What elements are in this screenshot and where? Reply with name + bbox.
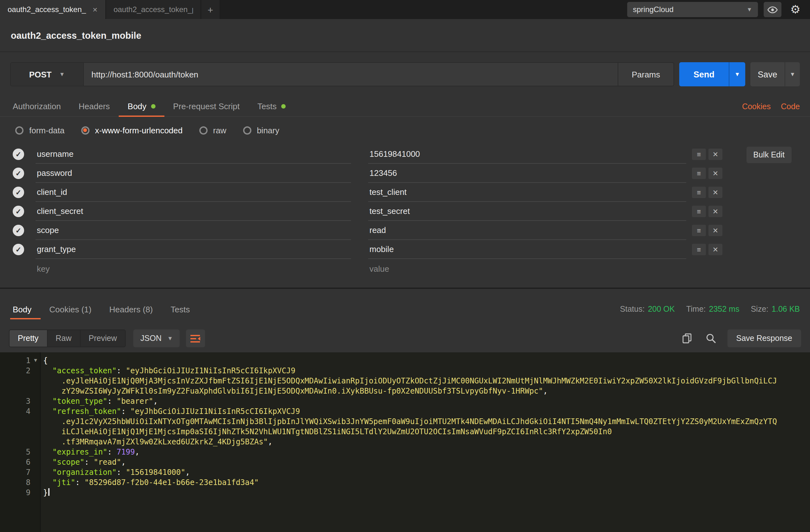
- search-response-button[interactable]: [704, 332, 718, 345]
- code-link[interactable]: Code: [781, 102, 800, 111]
- bulk-edit-button[interactable]: Bulk Edit: [746, 147, 792, 163]
- param-enabled-checkbox[interactable]: ✓: [13, 187, 24, 198]
- param-enabled-checkbox[interactable]: ✓: [13, 206, 24, 217]
- param-key-input[interactable]: client_secret: [35, 202, 351, 221]
- param-delete-button[interactable]: ✕: [709, 187, 723, 198]
- copy-response-button[interactable]: [680, 332, 694, 345]
- tab-label: Headers: [79, 101, 110, 111]
- param-key-input[interactable]: password: [35, 164, 351, 183]
- response-tab-cookies[interactable]: Cookies (1): [40, 294, 100, 324]
- response-tab-headers[interactable]: Headers (8): [100, 294, 162, 324]
- wrap-lines-button[interactable]: [186, 329, 205, 347]
- tab-tests[interactable]: Tests: [248, 97, 294, 116]
- param-key-text: grant_type: [37, 244, 76, 254]
- param-actions: ≡ ✕: [692, 225, 723, 236]
- save-options-button[interactable]: ▼: [784, 62, 800, 86]
- radio-icon[interactable]: [199, 126, 207, 134]
- new-tab-button[interactable]: +: [201, 0, 220, 19]
- param-delete-button[interactable]: ✕: [709, 148, 723, 160]
- mode-urlencoded[interactable]: x-www-form-urlencoded: [81, 125, 182, 135]
- params-button[interactable]: Params: [618, 63, 674, 86]
- param-menu-button[interactable]: ≡: [692, 206, 706, 217]
- param-key-input[interactable]: client_id: [35, 183, 351, 202]
- param-menu-button[interactable]: ≡: [692, 187, 706, 198]
- view-raw-button[interactable]: Raw: [47, 330, 80, 346]
- param-delete-button[interactable]: ✕: [709, 244, 723, 255]
- param-value-text: test_client: [370, 187, 407, 197]
- request-tab-inactive[interactable]: oauth2_access_token_passv: [106, 0, 201, 19]
- line-number: 7: [0, 467, 31, 478]
- param-enabled-checkbox[interactable]: ✓: [13, 244, 24, 255]
- send-label[interactable]: Send: [679, 62, 729, 86]
- param-key-input[interactable]: scope: [35, 221, 351, 240]
- topbar-right: springCloud ▼ ⚙: [627, 0, 810, 19]
- response-tab-tests[interactable]: Tests: [162, 294, 199, 324]
- param-menu-button[interactable]: ≡: [692, 167, 706, 179]
- send-button[interactable]: Send ▼: [679, 62, 745, 86]
- param-actions: ≡ ✕: [692, 187, 723, 198]
- param-value-input[interactable]: test_client: [368, 183, 686, 202]
- param-enabled-checkbox[interactable]: ✓: [13, 167, 24, 179]
- environment-quick-look-button[interactable]: [764, 2, 781, 17]
- param-delete-button[interactable]: ✕: [709, 225, 723, 236]
- param-delete-button[interactable]: ✕: [709, 206, 723, 217]
- view-pretty-button[interactable]: Pretty: [10, 330, 47, 346]
- fold-gutter: [31, 366, 40, 376]
- settings-button[interactable]: ⚙: [787, 2, 804, 17]
- param-value-input[interactable]: 123456: [368, 164, 686, 183]
- save-label[interactable]: Save: [750, 62, 784, 86]
- param-value-input[interactable]: mobile: [368, 240, 686, 259]
- line-number: 6: [0, 457, 31, 467]
- fold-arrow-icon[interactable]: ▼: [31, 355, 40, 366]
- tab-label: Body: [13, 304, 31, 314]
- param-value-input[interactable]: value: [368, 259, 686, 278]
- radio-icon[interactable]: [15, 126, 23, 134]
- view-preview-button[interactable]: Preview: [80, 330, 125, 346]
- radio-checked-icon[interactable]: [81, 126, 89, 134]
- radio-icon[interactable]: [243, 126, 251, 134]
- param-key-input[interactable]: key: [35, 259, 351, 278]
- close-icon[interactable]: ✕: [92, 6, 98, 13]
- response-tab-body[interactable]: Body: [10, 294, 40, 324]
- chevron-down-icon: ▼: [734, 71, 740, 78]
- response-format-select[interactable]: JSON ▼: [133, 329, 180, 347]
- mode-form-data[interactable]: form-data: [15, 125, 64, 135]
- request-title: oauth2_access_token_mobile: [11, 30, 141, 40]
- request-tab-active[interactable]: oauth2_access_token_ ✕: [0, 0, 106, 19]
- save-button[interactable]: Save ▼: [750, 62, 800, 86]
- copy-icon: [682, 333, 692, 343]
- mode-raw[interactable]: raw: [199, 125, 226, 135]
- cookies-link[interactable]: Cookies: [742, 102, 771, 111]
- tab-authorization[interactable]: Authorization: [10, 97, 70, 116]
- param-menu-button[interactable]: ≡: [692, 225, 706, 236]
- environment-select[interactable]: springCloud ▼: [627, 2, 758, 17]
- param-menu-button[interactable]: ≡: [692, 244, 706, 255]
- tab-body[interactable]: Body: [119, 97, 164, 116]
- send-options-button[interactable]: ▼: [729, 62, 745, 86]
- tab-headers[interactable]: Headers: [70, 97, 119, 116]
- url-input[interactable]: http://host1:8000/oauth/token: [84, 63, 618, 86]
- method-select[interactable]: POST ▼: [11, 63, 84, 86]
- line-number: 3: [0, 396, 31, 406]
- param-key-input[interactable]: grant_type: [35, 240, 351, 259]
- body-mode-selector: form-data x-www-form-urlencoded raw bina…: [0, 117, 810, 144]
- tab-prerequest-script[interactable]: Pre-request Script: [164, 97, 248, 116]
- params-label: Params: [632, 69, 660, 79]
- param-key-input[interactable]: username: [35, 145, 351, 164]
- param-value-input[interactable]: 15619841000: [368, 145, 686, 164]
- line-number: [0, 376, 31, 386]
- param-value-input[interactable]: test_secret: [368, 202, 686, 221]
- line-number: 2: [0, 366, 31, 376]
- check-icon: ✓: [16, 245, 21, 254]
- code-line: 7 "organization": "15619841000",: [0, 467, 810, 478]
- response-body-editor[interactable]: 1▼{2 "access_token": "eyJhbGciOiJIUzI1Ni…: [0, 352, 810, 532]
- param-value-input[interactable]: read: [368, 221, 686, 240]
- param-row: ✓ username 15619841000 ≡ ✕: [0, 145, 810, 164]
- mode-binary[interactable]: binary: [243, 125, 279, 135]
- param-menu-button[interactable]: ≡: [692, 148, 706, 160]
- param-enabled-checkbox[interactable]: ✓: [13, 225, 24, 236]
- wrap-lines-icon: [191, 334, 201, 342]
- param-enabled-checkbox[interactable]: ✓: [13, 148, 24, 160]
- save-response-button[interactable]: Save Response: [727, 329, 801, 347]
- param-delete-button[interactable]: ✕: [709, 167, 723, 179]
